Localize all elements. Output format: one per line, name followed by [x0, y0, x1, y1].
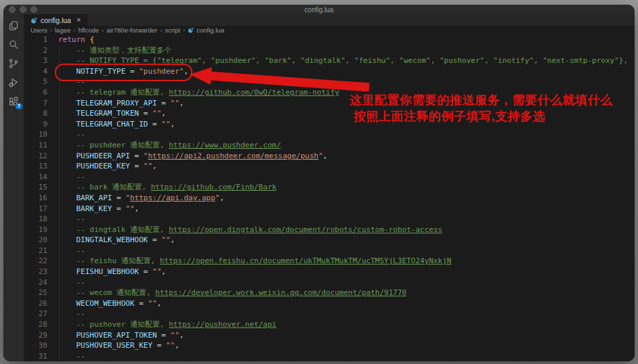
code-line-content: -- dingtalk 通知配置, https://open.dingtalk.…: [47, 225, 442, 235]
breadcrumb-item[interactable]: lagee: [55, 26, 70, 34]
traffic-lights: [3, 6, 37, 13]
breadcrumb-separator: ›: [102, 26, 104, 34]
code-line[interactable]: 10 --: [24, 129, 635, 140]
code-line[interactable]: 1return {: [24, 35, 635, 45]
code-line[interactable]: 31 --: [24, 351, 635, 361]
line-number: 3: [24, 55, 47, 66]
indent-guide: [59, 45, 60, 361]
window-title: config.lua: [3, 6, 635, 14]
code-line-content: WECOM_WEBHOOK = "",: [47, 298, 161, 309]
code-line[interactable]: 11 -- pushdeer 通知配置, https://www.pushdee…: [24, 140, 635, 151]
line-number: 17: [24, 204, 47, 214]
line-number: 28: [24, 319, 47, 330]
titlebar[interactable]: config.lua: [3, 5, 635, 14]
breadcrumb[interactable]: Users › lagee › hflcode › air780e-forwar…: [24, 26, 635, 35]
code-line[interactable]: 30 PUSHOVER_USER_KEY = "",: [24, 340, 635, 351]
line-number: 29: [24, 330, 47, 341]
line-number: 10: [24, 129, 47, 140]
code-line[interactable]: 29 PUSHOVER_API_TOKEN = "",: [24, 330, 635, 341]
line-number: 13: [24, 161, 47, 172]
close-window-button[interactable]: [9, 6, 16, 13]
line-number: 16: [24, 193, 47, 204]
code-line[interactable]: 3 -- NOTIFY_TYPE = {"telegram", "pushdee…: [24, 55, 635, 66]
breadcrumb-separator: ›: [50, 26, 52, 34]
code-line[interactable]: 16 BARK_API = "https://api.day.app",: [24, 193, 635, 204]
activity-bar: 7: [3, 14, 24, 361]
code-line[interactable]: 26 WECOM_WEBHOOK = "",: [24, 298, 635, 309]
code-line[interactable]: 24 --: [24, 277, 635, 288]
code-line[interactable]: 21 --: [24, 246, 635, 256]
code-line-content: --: [47, 277, 85, 288]
code-line-content: PUSHOVER_API_TOKEN = "",: [47, 330, 184, 341]
code-line[interactable]: 20 DINGTALK_WEBHOOK = "",: [24, 235, 635, 246]
code-line[interactable]: 8 TELEGRAM_TOKEN = "",: [24, 108, 635, 119]
code-line-content: -- bark 通知配置, https://github.com/Finb/Ba…: [47, 182, 276, 193]
code-line[interactable]: 4 NOTIFY_TYPE = "pushdeer",: [24, 66, 635, 77]
code-lines: 1return {2 -- 通知类型，支持配置多个3 -- NOTIFY_TYP…: [24, 35, 635, 361]
lua-file-icon: [188, 28, 194, 34]
code-line[interactable]: 23 FEISHU_WEBHOOK = "",: [24, 267, 635, 277]
code-line[interactable]: 13 PUSHDEER_KEY = "",: [24, 161, 635, 172]
code-line-content: -- 通知类型，支持配置多个: [47, 45, 171, 56]
breadcrumb-item[interactable]: hflcode: [78, 26, 99, 34]
line-number: 27: [24, 309, 47, 319]
line-number: 9: [24, 119, 47, 130]
code-line[interactable]: 9 TELEGRAM_CHAT_ID = "",: [24, 119, 635, 130]
code-line-content: -- telegram 通知配置, https://github.com/0wQ…: [47, 87, 339, 98]
code-line[interactable]: 28 -- pushover 通知配置, https://pushover.ne…: [24, 319, 635, 330]
code-line-content: BARK_API = "https://api.day.app",: [47, 193, 224, 204]
search-icon[interactable]: [7, 38, 20, 51]
extensions-icon[interactable]: 7: [7, 95, 20, 108]
code-line[interactable]: 12 PUSHDEER_API = "https://api2.pushdeer…: [24, 151, 635, 162]
line-number: 25: [24, 288, 47, 298]
explorer-icon[interactable]: [7, 19, 20, 32]
code-line[interactable]: 25 -- wecom 通知配置, https://developer.work…: [24, 288, 635, 298]
code-line[interactable]: 17 BARK_KEY = "",: [24, 204, 635, 214]
line-number: 18: [24, 214, 47, 225]
code-line[interactable]: 14 --: [24, 172, 635, 183]
code-line-content: PUSHDEER_KEY = "",: [47, 161, 157, 172]
code-line[interactable]: 2 -- 通知类型，支持配置多个: [24, 45, 635, 56]
code-line[interactable]: 6 -- telegram 通知配置, https://github.com/0…: [24, 87, 635, 98]
code-line[interactable]: 18 --: [24, 214, 635, 225]
code-editor[interactable]: 1return {2 -- 通知类型，支持配置多个3 -- NOTIFY_TYP…: [24, 35, 635, 361]
breadcrumb-item[interactable]: Users: [30, 26, 47, 34]
tab-label: config.lua: [41, 16, 71, 24]
tab-config-lua[interactable]: config.lua ×: [24, 14, 87, 26]
line-number: 4: [24, 66, 47, 77]
code-line[interactable]: 7 TELEGRAM_PROXY_API = "",: [24, 98, 635, 109]
breadcrumb-separator: ›: [183, 26, 185, 34]
code-line[interactable]: 22 -- feishu 通知配置, https://open.feishu.c…: [24, 256, 635, 267]
breadcrumb-item[interactable]: script: [165, 26, 180, 34]
minimize-window-button[interactable]: [20, 6, 26, 13]
code-line-content: FEISHU_WEBHOOK = "",: [47, 267, 166, 277]
maximize-window-button[interactable]: [30, 6, 37, 13]
code-line-content: TELEGRAM_TOKEN = "",: [47, 108, 166, 119]
code-line[interactable]: 5 --: [24, 76, 635, 87]
tab-bar: config.lua ×: [24, 14, 635, 26]
run-debug-icon[interactable]: [7, 76, 20, 89]
line-number: 30: [24, 340, 47, 351]
line-number: 5: [24, 76, 47, 87]
code-line-content: PUSHDEER_API = "https://api2.pushdeer.co…: [47, 151, 327, 162]
tab-close-icon[interactable]: ×: [77, 16, 81, 24]
code-line[interactable]: 27 --: [24, 309, 635, 319]
source-control-icon[interactable]: [7, 57, 20, 70]
line-number: 6: [24, 87, 47, 98]
code-line-content: -- wecom 通知配置, https://developer.work.we…: [47, 288, 406, 298]
line-number: 14: [24, 172, 47, 183]
code-line[interactable]: 15 -- bark 通知配置, https://github.com/Finb…: [24, 182, 635, 193]
line-number: 24: [24, 277, 47, 288]
code-line-content: --: [47, 214, 85, 225]
code-line-content: TELEGRAM_CHAT_ID = "",: [47, 119, 175, 130]
line-number: 31: [24, 351, 47, 361]
line-number: 8: [24, 108, 47, 119]
code-line-content: --: [47, 309, 85, 319]
line-number: 19: [24, 225, 47, 235]
breadcrumb-item[interactable]: air780e-forwarder: [106, 26, 157, 34]
lua-file-icon: [30, 17, 37, 24]
code-line-content: PUSHOVER_USER_KEY = "",: [47, 340, 179, 351]
code-line[interactable]: 19 -- dingtalk 通知配置, https://open.dingta…: [24, 225, 635, 235]
code-line-content: -- pushover 通知配置, https://pushover.net/a…: [47, 319, 276, 330]
breadcrumb-item[interactable]: config.lua: [196, 26, 224, 34]
